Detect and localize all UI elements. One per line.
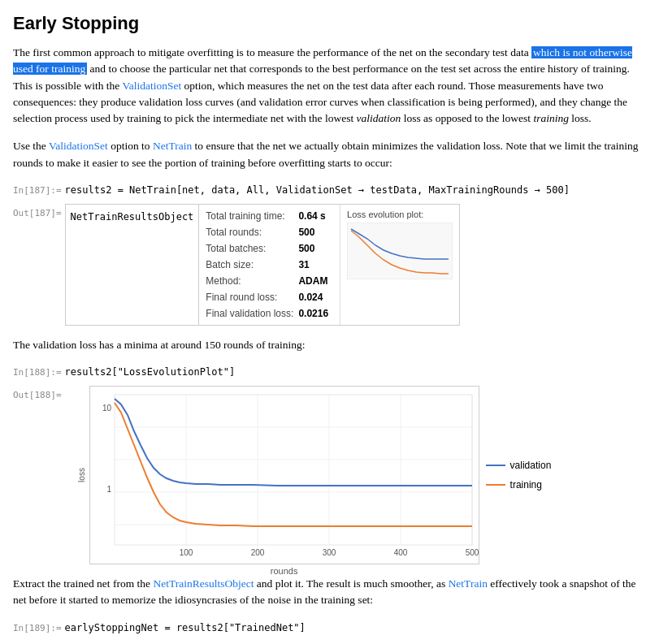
input-188-line: In[188]:= results2["LossEvolutionPlot"] — [13, 361, 646, 383]
in187-label: In[187]:= — [13, 184, 62, 198]
in189-label: In[189]:= — [13, 622, 62, 636]
svg-text:1: 1 — [106, 485, 111, 494]
result-content-area: Total training time:0.64 sTotal rounds:5… — [198, 205, 459, 325]
stats-row: Final validation loss:0.0216 — [206, 305, 333, 322]
validation-set-link-2[interactable]: ValidationSet — [49, 140, 108, 152]
stats-label: Method: — [206, 273, 298, 289]
net-train-link-2[interactable]: NetTrain — [449, 577, 488, 590]
p2-mid-text: option to — [108, 140, 153, 152]
p1-mid2-text: loss as opposed to the lowest — [401, 112, 533, 124]
validation-legend-line — [486, 465, 505, 466]
loss-evolution-label: Loss evolution plot: — [347, 208, 453, 222]
stats-label: Total training time: — [206, 208, 298, 224]
mini-loss-chart — [347, 223, 453, 279]
stats-value: 0.64 s — [298, 208, 333, 224]
stats-table: Total training time:0.64 sTotal rounds:5… — [199, 205, 340, 325]
stats-label: Total batches: — [206, 240, 298, 257]
paragraph-3: The validation loss has a minima at arou… — [13, 337, 646, 353]
result-object-label: NetTrainResultsObject — [66, 205, 199, 325]
svg-rect-0 — [347, 223, 453, 279]
stats-value: ADAM — [298, 273, 333, 289]
big-chart-outer: rounds loss — [89, 386, 479, 564]
validation-legend-label: validation — [510, 458, 552, 473]
y-axis-label: loss — [76, 468, 88, 482]
big-loss-svg: 100 200 300 400 500 10 1 — [90, 387, 480, 565]
p1-italic-2: training — [533, 112, 569, 124]
svg-text:10: 10 — [102, 404, 111, 413]
p4-post-text: and plot it. The result is much smoother… — [254, 577, 448, 590]
svg-text:400: 400 — [393, 548, 407, 557]
big-chart-container: 100 200 300 400 500 10 1 — [89, 386, 479, 564]
in187-code: results2 = NetTrain[net, data, All, Vali… — [65, 183, 570, 197]
training-legend-line — [486, 484, 505, 486]
stats-value: 500 — [298, 240, 333, 257]
legend-training: training — [486, 478, 552, 492]
p1-pre-text: The first common approach to mitigate ov… — [13, 46, 531, 58]
svg-rect-1 — [115, 395, 472, 545]
legend-validation: validation — [486, 458, 552, 473]
chart-wrapper: rounds loss — [89, 386, 552, 564]
input-189-line: In[189]:= earlyStoppingNet = results2["T… — [13, 617, 646, 638]
paragraph-1: The first common approach to mitigate ov… — [13, 45, 646, 127]
stats-row: Total rounds:500 — [206, 224, 333, 240]
paragraph-2: Use the ValidationSet option to NetTrain… — [13, 138, 646, 171]
x-axis-label: rounds — [271, 564, 298, 578]
p4-pre-text: Extract the trained net from the — [13, 577, 153, 590]
stats-label: Total rounds: — [206, 224, 298, 240]
stats-row: Total training time:0.64 s — [206, 208, 333, 224]
validation-set-link-1[interactable]: ValidationSet — [122, 80, 181, 92]
stats-row: Method:ADAM — [206, 273, 333, 289]
in188-code: results2["LossEvolutionPlot"] — [65, 365, 236, 379]
net-train-link-1[interactable]: NetTrain — [153, 140, 192, 152]
out188-label: Out[188]= — [13, 386, 62, 403]
stats-label: Batch size: — [206, 257, 298, 273]
input-187-line: In[187]:= results2 = NetTrain[net, data,… — [13, 179, 646, 201]
chart-legend: validation training — [486, 458, 552, 492]
p1-end-text: loss. — [569, 112, 592, 124]
stats-row: Total batches:500 — [206, 240, 333, 257]
in188-label: In[188]:= — [13, 366, 62, 380]
in189-code: earlyStoppingNet = results2["TrainedNet"… — [65, 620, 306, 635]
output-187-line: Out[187]= NetTrainResultsObject Total tr… — [13, 204, 646, 326]
training-legend-label: training — [510, 478, 542, 492]
stats-label: Final validation loss: — [206, 305, 298, 322]
stats-row: Batch size:31 — [206, 257, 333, 273]
output-188-line: Out[188]= rounds loss — [13, 386, 646, 564]
stats-value: 500 — [298, 224, 333, 240]
svg-text:200: 200 — [250, 548, 264, 557]
net-train-results-link[interactable]: NetTrainResultsObject — [153, 577, 254, 590]
svg-text:300: 300 — [322, 548, 336, 557]
p1-italic-1: validation — [357, 112, 401, 124]
page-title: Early Stopping — [13, 10, 646, 37]
svg-text:500: 500 — [465, 548, 479, 557]
stats-value: 0.024 — [298, 289, 333, 305]
net-train-results-object-box: NetTrainResultsObject Total training tim… — [65, 204, 460, 326]
svg-text:100: 100 — [179, 548, 193, 557]
paragraph-4: Extract the trained net from the NetTrai… — [13, 576, 646, 609]
out187-label: Out[187]= — [13, 204, 62, 221]
stats-value: 0.0216 — [298, 305, 333, 322]
stats-value: 31 — [298, 257, 333, 273]
loss-plot-area: Loss evolution plot: — [340, 205, 459, 325]
stats-label: Final round loss: — [206, 289, 298, 305]
p2-pre-text: Use the — [13, 140, 49, 152]
stats-row: Final round loss:0.024 — [206, 289, 333, 305]
